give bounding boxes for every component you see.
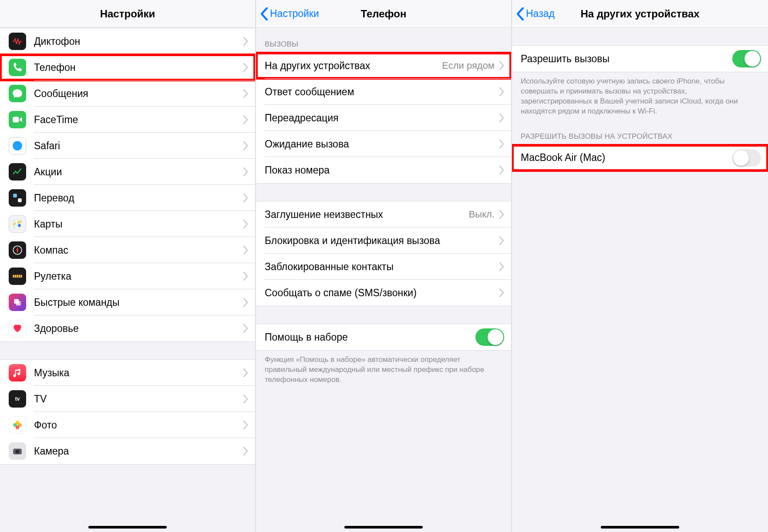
row-label: Ожидание вызова — [265, 138, 499, 150]
row-item[interactable]: На других устройствахЕсли рядом — [256, 53, 511, 79]
chevron-right-icon — [243, 115, 248, 124]
chevron-right-icon — [499, 140, 504, 148]
settings-row-photos[interactable]: Фото — [0, 412, 255, 438]
svg-point-15 — [16, 450, 20, 454]
chevron-right-icon — [243, 37, 248, 46]
toggle-device[interactable] — [732, 149, 761, 167]
settings-row-camera[interactable]: Камера — [0, 438, 255, 464]
screen-other-devices: Назад На других устройствах Разрешить вы… — [512, 0, 768, 532]
svg-text:tv: tv — [15, 396, 20, 402]
row-label: Заблокированные контакты — [265, 261, 499, 273]
row-item[interactable]: Ожидание вызова — [256, 131, 511, 157]
home-indicator[interactable] — [344, 526, 423, 529]
group-footer-allow: Используйте сотовую учетную запись своег… — [512, 72, 768, 120]
svg-point-13 — [13, 423, 17, 427]
row-item[interactable]: Ответ сообщением — [256, 79, 511, 105]
messages-icon — [9, 85, 26, 102]
settings-row-stocks[interactable]: Акции — [0, 159, 255, 185]
toggle-allow-calls[interactable] — [732, 50, 761, 67]
settings-row-health[interactable]: Здоровье — [0, 315, 255, 341]
settings-row-shortcuts[interactable]: Быстрые команды — [0, 289, 255, 315]
compass-icon — [9, 241, 26, 259]
row-item[interactable]: Заблокированные контакты — [256, 254, 511, 280]
row-label: Показ номера — [265, 164, 499, 176]
settings-row-messages[interactable]: Сообщения — [0, 80, 255, 107]
row-label: Ответ сообщением — [265, 86, 499, 98]
row-label: Сообщения — [34, 88, 243, 100]
facetime-icon — [9, 111, 26, 128]
svg-rect-0 — [13, 117, 19, 123]
settings-row-voice-memos[interactable]: Диктофон — [0, 28, 255, 54]
chevron-right-icon — [499, 61, 504, 70]
toggle-dial-assist[interactable] — [475, 328, 504, 346]
row-label: Музыка — [34, 367, 243, 379]
row-allow-calls[interactable]: Разрешить вызовы — [512, 46, 768, 72]
page-title: Настройки — [100, 8, 155, 20]
settings-row-translate[interactable]: Перевод — [0, 185, 255, 211]
other-devices-list[interactable]: Разрешить вызовы Используйте сотовую уче… — [512, 28, 768, 532]
chevron-right-icon — [499, 87, 504, 96]
toggle-knob — [744, 51, 760, 67]
settings-row-compass[interactable]: Компас — [0, 237, 255, 263]
shortcuts-icon — [9, 294, 26, 311]
row-item[interactable]: Блокировка и идентификация вызова — [256, 228, 511, 254]
settings-list[interactable]: ДиктофонТелефонСообщенияFaceTimeSafariАк… — [0, 28, 255, 532]
group-footer-assist: Функция «Помощь в наборе» автоматически … — [256, 351, 511, 388]
row-label: Блокировка и идентификация вызова — [265, 235, 499, 247]
chevron-right-icon — [499, 288, 504, 297]
chevron-left-icon — [516, 7, 524, 20]
home-indicator[interactable] — [601, 526, 679, 529]
row-item[interactable]: Показ номера — [256, 157, 511, 183]
row-item[interactable]: Сообщать о спаме (SMS/звонки) — [256, 280, 511, 306]
screen-phone: Настройки Телефон ВЫЗОВЫ На других устро… — [256, 0, 512, 532]
row-item[interactable]: Заглушение неизвестныхВыкл. — [256, 201, 511, 228]
svg-rect-2 — [13, 194, 17, 197]
navbar: Назад На других устройствах — [512, 0, 768, 28]
row-label: Карты — [34, 218, 243, 230]
chevron-right-icon — [499, 236, 504, 245]
navbar: Настройки Телефон — [256, 0, 511, 28]
svg-rect-3 — [18, 198, 22, 202]
row-item[interactable]: Переадресация — [256, 105, 511, 131]
back-button[interactable]: Назад — [516, 0, 555, 27]
navbar: Настройки — [0, 0, 255, 28]
svg-point-1 — [13, 141, 22, 151]
settings-row-facetime[interactable]: FaceTime — [0, 107, 255, 133]
row-label: Компас — [34, 244, 243, 256]
chevron-right-icon — [499, 210, 504, 219]
row-label: MacBook Air (Mac) — [521, 152, 732, 164]
settings-row-phone[interactable]: Телефон — [0, 54, 255, 80]
chevron-right-icon — [243, 298, 248, 307]
chevron-left-icon — [260, 7, 268, 20]
phone-settings-list[interactable]: ВЫЗОВЫ На других устройствахЕсли рядомОт… — [256, 28, 511, 532]
home-indicator[interactable] — [88, 526, 167, 529]
toggle-knob — [733, 150, 749, 166]
row-label: Здоровье — [34, 323, 243, 335]
row-label: Фото — [34, 419, 243, 431]
settings-row-music[interactable]: Музыка — [0, 360, 255, 386]
row-value: Если рядом — [442, 60, 495, 71]
phone-icon — [9, 59, 26, 76]
settings-row-measure[interactable]: Рулетка — [0, 263, 255, 289]
chevron-right-icon — [243, 272, 248, 281]
settings-row-safari[interactable]: Safari — [0, 133, 255, 159]
row-label: Быстрые команды — [34, 297, 243, 308]
settings-row-maps[interactable]: Карты — [0, 211, 255, 237]
chevron-right-icon — [243, 89, 248, 98]
row-label: Камера — [34, 445, 243, 457]
row-label: Перевод — [34, 192, 243, 204]
row-dial-assist[interactable]: Помощь в наборе — [256, 324, 511, 350]
camera-icon — [9, 442, 26, 460]
tv-icon: tv — [9, 390, 26, 408]
row-value: Выкл. — [469, 209, 495, 220]
chevron-right-icon — [243, 63, 248, 72]
chevron-right-icon — [243, 167, 248, 176]
back-button[interactable]: Настройки — [260, 0, 319, 27]
measure-icon — [9, 268, 26, 285]
settings-row-tv[interactable]: tvTV — [0, 386, 255, 412]
voice-memos-icon — [9, 33, 26, 50]
screen-settings: Настройки ДиктофонТелефонСообщенияFaceTi… — [0, 0, 256, 532]
chevron-right-icon — [243, 324, 248, 333]
device-row[interactable]: MacBook Air (Mac) — [512, 145, 768, 171]
chevron-right-icon — [499, 114, 504, 122]
